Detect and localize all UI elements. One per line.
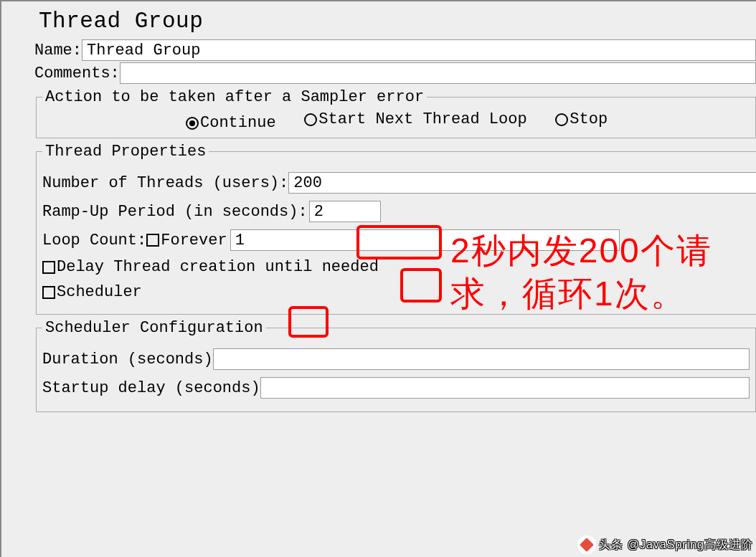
error-action-options: Continue Start Next Thread Loop Stop xyxy=(186,110,750,132)
scheduler-config-group: Scheduler Configuration Duration (second… xyxy=(36,319,756,412)
watermark: 头条 @JavaSpring高级进阶 xyxy=(577,535,753,554)
loop-count-input[interactable] xyxy=(230,229,620,251)
forever-checkbox-label: Forever xyxy=(161,232,227,249)
scheduler-checkbox[interactable]: Scheduler xyxy=(42,283,142,301)
num-threads-row: Number of Threads (users): xyxy=(42,172,756,194)
duration-label: Duration (seconds) xyxy=(42,351,213,368)
forever-checkbox[interactable]: Forever xyxy=(146,232,227,249)
start-next-radio[interactable]: Start Next Thread Loop xyxy=(304,110,526,128)
rampup-label: Ramp-Up Period (in seconds): xyxy=(42,203,308,221)
radio-icon xyxy=(186,117,199,130)
comments-row: Comments: xyxy=(34,62,756,84)
checkbox-icon xyxy=(42,261,55,274)
startup-delay-input[interactable] xyxy=(260,377,750,399)
thread-properties-group: Thread Properties Number of Threads (use… xyxy=(36,143,756,315)
num-threads-input[interactable] xyxy=(288,172,756,194)
stop-radio[interactable]: Stop xyxy=(555,110,608,128)
rampup-input[interactable] xyxy=(309,201,381,222)
comments-input[interactable] xyxy=(120,62,756,84)
stop-radio-label: Stop xyxy=(570,110,608,128)
loop-count-label: Loop Count: xyxy=(42,232,146,249)
loop-count-row: Loop Count: Forever xyxy=(42,229,756,251)
duration-input[interactable] xyxy=(213,348,750,370)
startup-delay-label: Startup delay (seconds) xyxy=(42,379,260,397)
name-input[interactable] xyxy=(82,39,756,61)
num-threads-label: Number of Threads (users): xyxy=(42,174,288,192)
delay-creation-row: Delay Thread creation until needed xyxy=(42,258,756,276)
rampup-row: Ramp-Up Period (in seconds): xyxy=(42,201,756,222)
error-action-group: Action to be taken after a Sampler error… xyxy=(36,88,756,138)
checkbox-icon xyxy=(42,286,55,299)
error-action-legend: Action to be taken after a Sampler error xyxy=(42,88,427,106)
scheduler-config-legend: Scheduler Configuration xyxy=(42,319,266,337)
duration-row: Duration (seconds) xyxy=(42,348,750,370)
continue-radio-label: Continue xyxy=(200,114,276,132)
delay-creation-checkbox[interactable]: Delay Thread creation until needed xyxy=(42,258,379,276)
radio-icon xyxy=(304,113,317,126)
scheduler-label: Scheduler xyxy=(57,283,142,301)
checkbox-icon xyxy=(146,234,159,247)
thread-properties-legend: Thread Properties xyxy=(42,143,209,161)
startup-delay-row: Startup delay (seconds) xyxy=(42,377,750,399)
page-title: Thread Group xyxy=(39,9,752,34)
comments-label: Comments: xyxy=(34,65,120,82)
toutiao-icon xyxy=(577,535,596,554)
radio-icon xyxy=(555,113,568,126)
watermark-text: 头条 @JavaSpring高级进阶 xyxy=(599,538,753,553)
scheduler-row: Scheduler xyxy=(42,283,756,301)
name-label: Name: xyxy=(34,42,82,59)
thread-group-panel: Thread Group Name: Comments: Action to b… xyxy=(0,0,756,557)
name-row: Name: xyxy=(34,39,756,61)
continue-radio[interactable]: Continue xyxy=(186,114,276,132)
start-next-radio-label: Start Next Thread Loop xyxy=(318,110,526,128)
delay-creation-label: Delay Thread creation until needed xyxy=(57,258,379,276)
